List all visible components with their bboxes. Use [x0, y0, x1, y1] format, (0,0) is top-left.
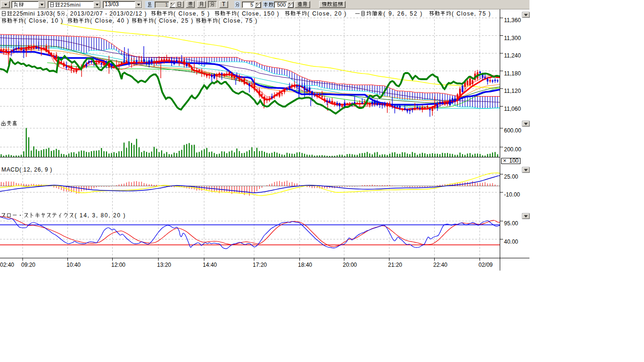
svg-text:14:40: 14:40	[203, 262, 217, 268]
svg-text:( Close, 75 ): ( Close, 75 )	[452, 10, 490, 17]
svg-text:MACD( 12, 26, 9 ): MACD( 12, 26, 9 )	[1, 166, 52, 173]
svg-text:02:40: 02:40	[0, 262, 14, 268]
svg-text:11,300: 11,300	[504, 35, 521, 41]
svg-text:225mini 13/03( 5: 225mini 13/03( 5	[13, 10, 60, 17]
svg-text:200.00: 200.00	[504, 146, 521, 153]
svg-text:95.00: 95.00	[504, 220, 518, 227]
svg-text:09:20: 09:20	[21, 262, 35, 268]
svg-text:( 14, 3, 80, 20 ): ( 14, 3, 80, 20 )	[74, 212, 125, 219]
svg-text:( Close, 10 ): ( Close, 10 )	[24, 17, 63, 24]
svg-text:18:40: 18:40	[298, 262, 312, 268]
svg-text:20:00: 20:00	[343, 262, 357, 268]
svg-text:( Close, 25 ): ( Close, 25 )	[154, 17, 193, 24]
svg-text:( Close, 75 ): ( Close, 75 )	[218, 17, 257, 24]
svg-text:11,360: 11,360	[504, 17, 521, 24]
svg-text:22:40: 22:40	[433, 262, 447, 268]
svg-text:13:20: 13:20	[157, 262, 171, 268]
svg-text:02/09: 02/09	[479, 262, 493, 268]
svg-text:100: 100	[509, 157, 519, 164]
svg-text:, 2013/02/07 - 2013/02/12 ): , 2013/02/07 - 2013/02/12 )	[66, 10, 147, 17]
svg-text:( 9, 26, 52 ): ( 9, 26, 52 )	[383, 10, 422, 17]
svg-text:12:00: 12:00	[111, 262, 125, 268]
svg-text:10:40: 10:40	[66, 262, 81, 268]
svg-text:225mini: 225mini	[60, 2, 80, 8]
svg-text:11,060: 11,060	[504, 106, 521, 112]
svg-text:11,240: 11,240	[504, 52, 521, 59]
svg-text:11,180: 11,180	[504, 70, 521, 77]
svg-text:( Close, 20 ): ( Close, 20 )	[307, 10, 346, 17]
svg-text:×: ×	[503, 157, 506, 164]
svg-text:11,120: 11,120	[504, 88, 521, 94]
svg-text:17:20: 17:20	[253, 262, 267, 268]
svg-text:21:20: 21:20	[388, 262, 402, 268]
svg-text:40.00: 40.00	[504, 239, 518, 245]
svg-text:( Close, 150 ): ( Close, 150 )	[237, 10, 279, 17]
svg-text:( Close, 5 ): ( Close, 5 )	[173, 10, 209, 17]
svg-text:25.00: 25.00	[504, 173, 518, 180]
svg-text:-10.00: -10.00	[504, 191, 520, 198]
svg-text:( Close, 40 ): ( Close, 40 )	[90, 17, 129, 24]
svg-text:600.00: 600.00	[504, 127, 521, 134]
